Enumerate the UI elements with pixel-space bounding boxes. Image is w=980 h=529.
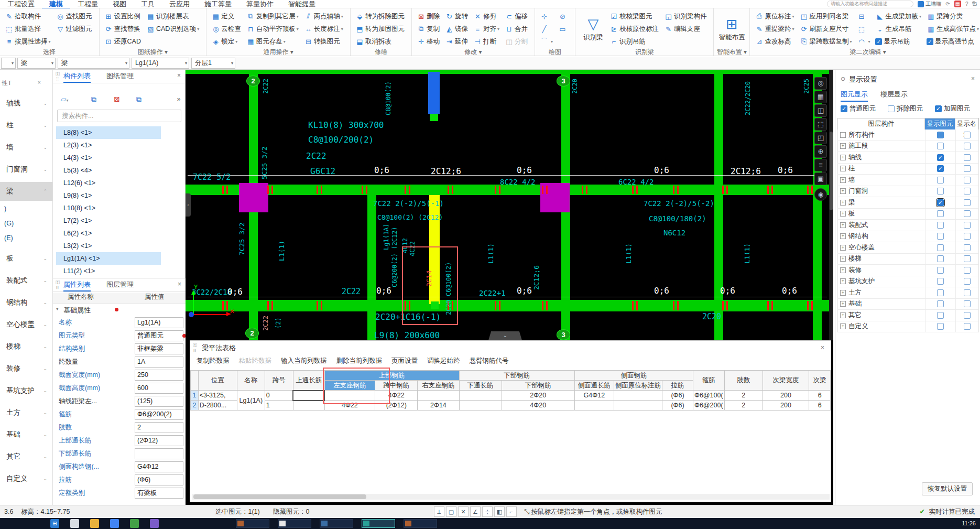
expand-icon[interactable]: + bbox=[840, 301, 846, 307]
property-value-input[interactable]: (Φ6) bbox=[135, 474, 183, 485]
table-cell[interactable]: 2 bbox=[724, 391, 763, 401]
checkbox-checked-icon[interactable]: ✓ bbox=[875, 38, 882, 45]
button-识别梁构件[interactable]: ◱识别梁构件 bbox=[662, 10, 709, 23]
table-cell[interactable]: 1 bbox=[265, 401, 293, 411]
table-cell[interactable] bbox=[614, 391, 662, 401]
filter-拆除图元[interactable]: 拆除图元 bbox=[888, 104, 923, 113]
list-item-L4(3)[interactable]: L4(3) <1> bbox=[56, 152, 161, 164]
col-header-次梁宽度[interactable]: 次梁宽度 bbox=[763, 371, 809, 391]
sidebar-item-梁[interactable]: 梁⌃ bbox=[0, 182, 52, 201]
col-header-拉筋[interactable]: 拉筋 bbox=[662, 381, 693, 391]
status-tool-6[interactable]: ⌐ bbox=[506, 506, 517, 517]
button-定义[interactable]: ▤定义 bbox=[210, 10, 243, 23]
sidebar-item-钢结构[interactable]: 钢结构⌄ bbox=[0, 293, 52, 312]
table-cell[interactable]: 2 bbox=[724, 401, 763, 411]
button-转换图元[interactable]: ⊟转换图元 bbox=[302, 35, 345, 48]
table-cell[interactable] bbox=[293, 401, 324, 411]
tab-drawing-manage[interactable]: 图纸管理 bbox=[106, 70, 134, 83]
list-item-L6(2)[interactable]: L6(2) <1> bbox=[56, 227, 161, 240]
table-tool-调换起始跨[interactable]: 调换起始跨 bbox=[427, 357, 460, 368]
button-转为加固图元[interactable]: ⬒转为加固图元 bbox=[354, 23, 406, 35]
show-element-checkbox[interactable] bbox=[937, 244, 944, 251]
refresh-icon[interactable]: ⟳ bbox=[945, 1, 950, 7]
expand-icon[interactable]: + bbox=[840, 177, 846, 183]
show-element-checkbox[interactable] bbox=[937, 255, 944, 262]
property-value-input[interactable]: 1A bbox=[135, 357, 183, 368]
lock-icon[interactable]: ⚿⠿ bbox=[55, 280, 61, 291]
table-cell[interactable]: Φ6@100( bbox=[693, 391, 724, 401]
expand-icon[interactable]: + bbox=[840, 290, 846, 296]
table-cell[interactable]: 6 bbox=[809, 401, 831, 411]
tab-工程量[interactable]: 工程量 bbox=[70, 0, 105, 8]
view-tool-6[interactable]: ≡ bbox=[814, 159, 827, 171]
close-icon[interactable]: × bbox=[177, 72, 181, 79]
close-icon[interactable]: × bbox=[178, 280, 181, 288]
button-复制[interactable]: ⧉复制 bbox=[415, 23, 441, 35]
show-element-checkbox[interactable] bbox=[937, 323, 944, 330]
lock-icon[interactable]: ⚿⠿ bbox=[192, 343, 198, 354]
component-search-input[interactable]: 搜索构件... bbox=[57, 110, 181, 122]
button-移动[interactable]: ✛移动 bbox=[415, 35, 441, 48]
table-cell[interactable]: D-2800... bbox=[198, 401, 237, 411]
show-name-checkbox[interactable] bbox=[964, 255, 971, 262]
table-cell[interactable]: Φ6@200( bbox=[693, 401, 724, 411]
checkbox[interactable] bbox=[841, 105, 847, 112]
button-云检查[interactable]: ◎云检查 bbox=[210, 23, 243, 35]
list-item-Lg1(1A)[interactable]: Lg1(1A) <1> bbox=[56, 252, 161, 265]
col-header-下部钢筋[interactable]: 下部钢筋 bbox=[459, 371, 574, 381]
status-tool-5[interactable]: ◧ bbox=[494, 506, 505, 517]
button-图元存盘[interactable]: ▦图元存盘▾ bbox=[245, 35, 300, 48]
show-element-checkbox[interactable] bbox=[937, 210, 944, 217]
button-重提梁跨[interactable]: ✎重提梁跨▾ bbox=[753, 23, 796, 35]
property-value-input[interactable] bbox=[135, 448, 183, 459]
selector-combo-4[interactable]: 分层1▾ bbox=[191, 58, 235, 69]
selector-combo-1[interactable]: 梁▾ bbox=[17, 58, 56, 69]
button-取消拆改[interactable]: ⬓取消拆改 bbox=[354, 35, 406, 48]
selector-combo-3[interactable]: Lg1(1A)▾ bbox=[132, 58, 189, 69]
show-name-checkbox[interactable] bbox=[964, 132, 971, 138]
button-显示吊筋[interactable]: ✓显示吊筋 bbox=[874, 35, 923, 48]
property-value-input[interactable]: Φ6@200(2) bbox=[135, 409, 183, 420]
show-name-checkbox[interactable] bbox=[964, 154, 971, 161]
button-显示高强节点[interactable]: ✓显示高强节点 bbox=[925, 35, 980, 48]
button-生成吊筋[interactable]: ⌄生成吊筋 bbox=[874, 23, 923, 35]
tab-component-list[interactable]: 构件列表 bbox=[63, 70, 91, 83]
table-cell[interactable]: 200 bbox=[763, 401, 809, 411]
lock-icon[interactable]: ⚿⠿ bbox=[55, 71, 61, 82]
view-tool-3[interactable]: ⬚ bbox=[814, 118, 827, 131]
button-镜像[interactable]: ◭镜像 bbox=[443, 23, 470, 35]
expand-icon[interactable]: + bbox=[840, 312, 846, 318]
list-item-L5(3)[interactable]: L5(3) <4> bbox=[56, 164, 161, 177]
button-设置比例[interactable]: ⊞设置比例 bbox=[103, 10, 143, 23]
sidebar-item-轴线[interactable]: 轴线⌄ bbox=[0, 94, 52, 113]
button-tool[interactable]: ⬚ bbox=[855, 23, 872, 35]
show-element-checkbox[interactable] bbox=[937, 267, 944, 274]
reset-default-button[interactable]: 恢复默认设置 bbox=[922, 482, 973, 495]
tab-property-list[interactable]: 属性列表 bbox=[63, 278, 91, 292]
button-还原CAD[interactable]: ⊡还原CAD bbox=[103, 35, 143, 48]
button-校核梁图元[interactable]: ☑校核梁图元 bbox=[608, 10, 660, 23]
taskbar-icon-4[interactable] bbox=[130, 519, 139, 528]
button-长度标注[interactable]: ↔长度标注▾ bbox=[302, 23, 345, 35]
button-按属性选择[interactable]: ≡按属性选择▾ bbox=[3, 35, 52, 48]
button-锁定[interactable]: ◈锁定▾ bbox=[210, 35, 243, 48]
delete-component-icon[interactable]: ⊠ bbox=[111, 93, 123, 105]
status-tool-0[interactable]: ⟂ bbox=[434, 506, 444, 517]
expand-icon[interactable]: + bbox=[840, 211, 846, 217]
button-打断[interactable]: ⊣打断 bbox=[472, 35, 501, 48]
list-item-L2(3)[interactable]: L2(3) <1> bbox=[56, 139, 161, 152]
checkbox[interactable] bbox=[935, 105, 942, 112]
table-cell[interactable] bbox=[614, 401, 662, 411]
checkbox-checked-icon[interactable]: ✓ bbox=[927, 38, 933, 45]
col-header-侧面通长筋[interactable]: 侧面通长筋 bbox=[574, 381, 614, 391]
col-header-上通长筋[interactable]: 上通长筋 bbox=[293, 371, 324, 391]
expand-icon[interactable]: + bbox=[840, 188, 846, 194]
show-element-checkbox[interactable] bbox=[937, 154, 944, 161]
sidebar-item-)[interactable]: ) bbox=[0, 202, 52, 215]
tab-施工算量[interactable]: 施工算量 bbox=[197, 0, 239, 8]
button-生成梁加腋[interactable]: ◣生成梁加腋▾ bbox=[874, 10, 923, 23]
button-识别梁[interactable]: ▽识别梁 bbox=[579, 10, 608, 48]
table-cell[interactable]: 2Φ14 bbox=[418, 401, 459, 411]
expand-icon[interactable]: + bbox=[840, 256, 846, 262]
more-button[interactable]: » bbox=[172, 93, 185, 105]
